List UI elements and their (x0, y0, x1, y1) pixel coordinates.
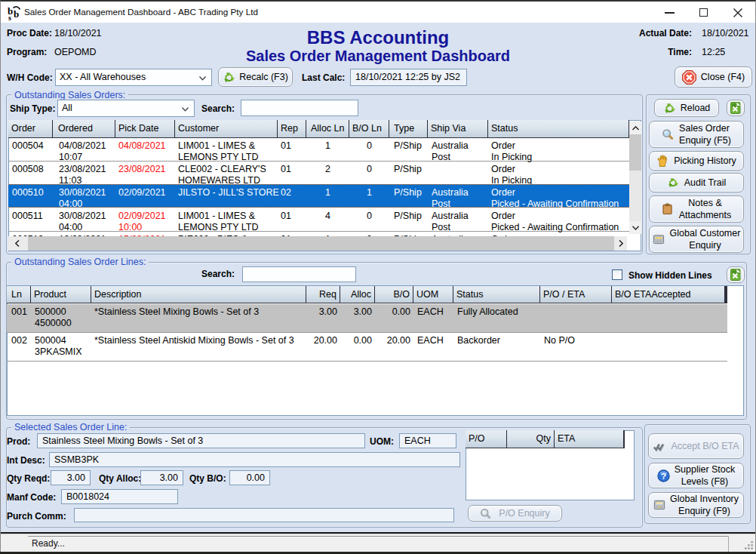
svg-text:b: b (14, 8, 19, 20)
svg-text:s: s (8, 14, 11, 21)
